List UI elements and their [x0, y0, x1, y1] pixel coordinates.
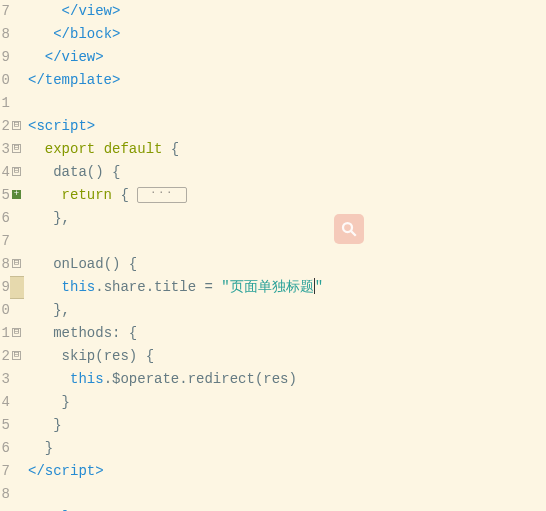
code-token: $operate	[112, 371, 179, 387]
code-line[interactable]: <script>	[28, 115, 546, 138]
line-number: 9	[0, 276, 10, 299]
code-line[interactable]: methods: {	[28, 322, 546, 345]
line-number: 8	[0, 23, 10, 46]
code-line[interactable]: </view>	[28, 0, 546, 23]
code-token: <script>	[28, 118, 95, 134]
code-token: }	[53, 417, 61, 433]
fold-expand-icon[interactable]: +	[12, 190, 21, 199]
code-line[interactable]: </template>	[28, 69, 546, 92]
line-number: 7	[0, 230, 10, 253]
code-token: ()	[104, 256, 121, 272]
code-token: onLoad	[53, 256, 103, 272]
line-number: 4	[0, 161, 10, 184]
folded-region-pill[interactable]: ···	[137, 187, 187, 203]
fold-collapse-icon[interactable]: ⊟	[12, 259, 21, 268]
code-line[interactable]: }	[28, 437, 546, 460]
code-token: },	[53, 210, 70, 226]
code-line[interactable]: <style>	[28, 506, 546, 511]
line-number: 3	[0, 138, 10, 161]
line-number: 1	[0, 322, 10, 345]
code-editor[interactable]: 7890123456789012345678901234 ⊟⊟⊟+⊟⊟⊟⊟ </…	[0, 0, 546, 511]
code-token: .	[146, 279, 154, 295]
code-token: share	[104, 279, 146, 295]
code-line[interactable]: return { ···	[28, 184, 546, 207]
code-token: export	[45, 141, 95, 157]
code-token: {	[120, 187, 128, 203]
line-number: 7	[0, 0, 10, 23]
code-token: {	[146, 348, 154, 364]
line-number: 2	[0, 115, 10, 138]
code-line[interactable]: skip(res) {	[28, 345, 546, 368]
code-token: :	[112, 325, 120, 341]
code-token: )	[289, 371, 297, 387]
code-line[interactable]: </block>	[28, 23, 546, 46]
code-token: {	[112, 164, 120, 180]
code-line[interactable]: this.share.title = "页面单独标题"	[28, 276, 546, 299]
code-token: {	[129, 325, 137, 341]
line-number: 9	[0, 506, 10, 511]
line-number: 7	[0, 460, 10, 483]
code-token: }	[45, 440, 53, 456]
code-token: </template>	[28, 72, 120, 88]
code-line[interactable]	[28, 230, 546, 253]
fold-collapse-icon[interactable]: ⊟	[12, 121, 21, 130]
code-line[interactable]: onLoad() {	[28, 253, 546, 276]
code-line[interactable]: }	[28, 414, 546, 437]
code-token: </view>	[62, 3, 121, 19]
code-token: =	[204, 279, 212, 295]
line-number: 3	[0, 368, 10, 391]
code-token: "页面单独标题	[221, 279, 313, 295]
line-number: 4	[0, 391, 10, 414]
code-token: .	[179, 371, 187, 387]
code-token: </script>	[28, 463, 104, 479]
code-token: {	[171, 141, 179, 157]
code-token: res	[104, 348, 129, 364]
line-number: 6	[0, 207, 10, 230]
fold-column[interactable]: ⊟⊟⊟+⊟⊟⊟⊟	[10, 0, 24, 511]
line-number: 5	[0, 414, 10, 437]
line-number: 0	[0, 69, 10, 92]
fold-collapse-icon[interactable]: ⊟	[12, 144, 21, 153]
code-line[interactable]: this.$operate.redirect(res)	[28, 368, 546, 391]
line-number-gutter: 7890123456789012345678901234	[0, 0, 10, 511]
code-line[interactable]: },	[28, 207, 546, 230]
code-line[interactable]: </script>	[28, 460, 546, 483]
code-token: skip	[62, 348, 96, 364]
code-token: ()	[87, 164, 104, 180]
line-number: 9	[0, 46, 10, 69]
code-line[interactable]: }	[28, 391, 546, 414]
code-token: methods	[53, 325, 112, 341]
fold-collapse-icon[interactable]: ⊟	[12, 167, 21, 176]
code-token: .	[104, 371, 112, 387]
code-token: {	[129, 256, 137, 272]
code-token: default	[104, 141, 163, 157]
code-token: (	[95, 348, 103, 364]
fold-collapse-icon[interactable]: ⊟	[12, 328, 21, 337]
code-token: )	[129, 348, 137, 364]
code-area[interactable]: </view> </block> </view></template><scri…	[24, 0, 546, 511]
code-token: redirect	[188, 371, 255, 387]
code-line[interactable]: </view>	[28, 46, 546, 69]
code-line[interactable]: export default {	[28, 138, 546, 161]
code-token: .	[95, 279, 103, 295]
line-number: 8	[0, 483, 10, 506]
line-number: 6	[0, 437, 10, 460]
code-token: res	[263, 371, 288, 387]
code-token: },	[53, 302, 70, 318]
fold-collapse-icon[interactable]: ⊟	[12, 351, 21, 360]
code-line[interactable]	[28, 483, 546, 506]
line-number: 0	[0, 299, 10, 322]
code-token: </view>	[45, 49, 104, 65]
code-line[interactable]: data() {	[28, 161, 546, 184]
code-token: "	[315, 279, 323, 295]
code-token: </block>	[53, 26, 120, 42]
code-token: this	[70, 371, 104, 387]
line-number: 2	[0, 345, 10, 368]
line-number: 1	[0, 92, 10, 115]
code-token: this	[62, 279, 96, 295]
code-token: return	[62, 187, 112, 203]
code-token: title	[154, 279, 196, 295]
code-line[interactable]	[28, 92, 546, 115]
code-line[interactable]: },	[28, 299, 546, 322]
code-token: data	[53, 164, 87, 180]
